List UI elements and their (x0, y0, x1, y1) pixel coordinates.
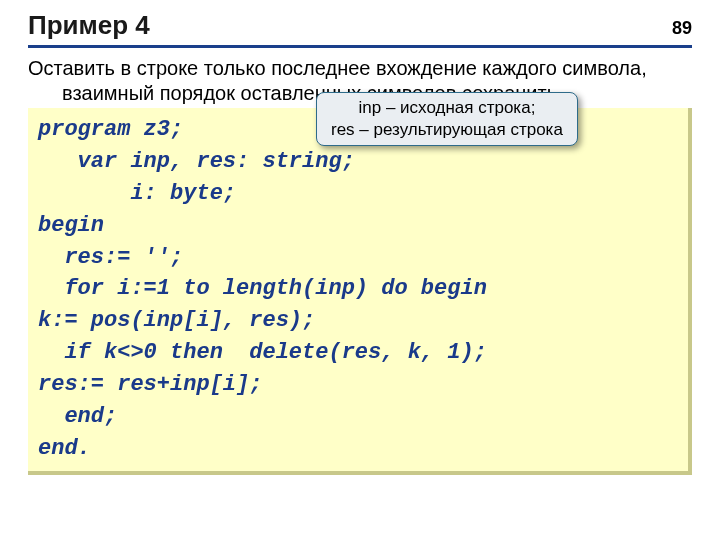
callout-line-2: res – результирующая строка (331, 119, 563, 141)
callout-box: inp – исходная строка; res – результирую… (316, 92, 578, 146)
slide-header: Пример 4 89 (28, 10, 692, 41)
slide-title: Пример 4 (28, 10, 150, 41)
page-number: 89 (672, 18, 692, 39)
code-block: program z3; var inp, res: string; i: byt… (28, 108, 692, 475)
title-underline (28, 45, 692, 48)
slide: Пример 4 89 Оставить в строке только пос… (0, 0, 720, 540)
callout-line-1: inp – исходная строка; (331, 97, 563, 119)
